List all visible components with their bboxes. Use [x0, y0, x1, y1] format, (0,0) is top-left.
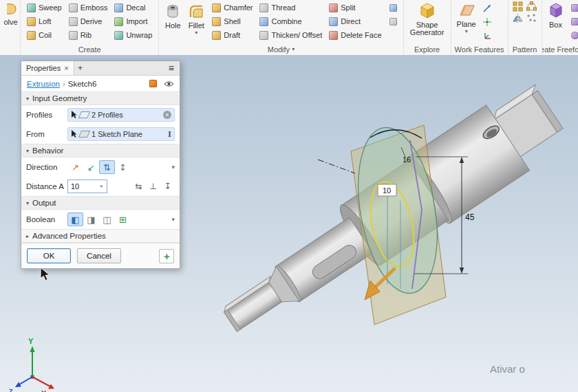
copy-object-button[interactable] [387, 16, 400, 28]
direction-flipped-button[interactable]: ↙ [83, 160, 99, 174]
section-output[interactable]: ▾ Output [21, 196, 180, 210]
origin-triad[interactable]: Y X Z [9, 337, 54, 392]
ribbon-tab-explore[interactable]: Explore [407, 43, 447, 55]
direction-symmetric-button[interactable]: ⇅ [99, 160, 115, 174]
axis-x-label: X [41, 389, 47, 392]
boolean-dropdown-icon[interactable]: ▾ [171, 216, 175, 223]
profiles-field[interactable]: 2 Profiles × [67, 108, 175, 122]
circular-pattern-button[interactable] [526, 1, 538, 12]
to-surface-icon[interactable]: ⊥ [146, 182, 160, 191]
ok-button[interactable]: OK [27, 248, 71, 263]
close-tab-icon[interactable]: × [64, 64, 68, 72]
freeform-cylinder-icon [571, 18, 578, 25]
dim-16-text: 16 [403, 155, 411, 164]
plane-button[interactable]: Plane ▾ [455, 1, 478, 36]
ribbon-tab-pattern[interactable]: Pattern [512, 43, 538, 55]
direct-button[interactable]: Direct [326, 14, 384, 28]
extents-icon[interactable]: I [168, 130, 171, 138]
shape-generator-button[interactable]: Shape Generator [409, 1, 446, 38]
cancel-button[interactable]: Cancel [77, 248, 121, 263]
ribbon-tab-create[interactable]: Create [24, 43, 155, 55]
panel-menu-icon[interactable]: ≡ [163, 61, 180, 75]
from-field[interactable]: 1 Sketch Plane I [67, 127, 175, 141]
ribbon-group-modify: Hole Fillet ▾ Chamfer Thread Split Shell… [159, 0, 403, 55]
import-button[interactable]: Import [111, 14, 155, 28]
direction-asymmetric-button[interactable]: ↕ [115, 160, 131, 174]
inventor-app-window: olve Sweep Emboss Decal Loft Derive Impo… [0, 0, 578, 392]
clear-selection-icon[interactable]: × [163, 111, 171, 119]
distance-dimension-box[interactable]: 10 [378, 184, 396, 196]
mirror-button[interactable] [512, 12, 524, 24]
sketch-plane-icon [78, 131, 90, 138]
work-axis-icon [482, 3, 492, 13]
freeform-box-button[interactable]: Box [546, 1, 566, 30]
tab-properties[interactable]: Properties × [21, 61, 74, 75]
add-parameter-button[interactable]: + [159, 249, 174, 263]
fillet-button[interactable]: Fillet ▾ [186, 1, 206, 37]
draft-icon [212, 31, 221, 40]
boolean-new-solid-button[interactable]: ⊞ [115, 213, 131, 226]
ribbon-tab-modify[interactable]: Modify ▾ [162, 43, 399, 55]
work-axis-button[interactable] [481, 2, 493, 14]
visibility-eye-icon[interactable] [164, 80, 174, 87]
chamfer-button[interactable]: Chamfer [209, 1, 255, 14]
revolve-button[interactable]: olve [1, 0, 20, 28]
freeform-plane-icon [571, 4, 578, 12]
to-next-icon[interactable]: ↧ [160, 182, 175, 191]
thicken-offset-button[interactable]: Thicken/ Offset [257, 28, 325, 42]
move-bodies-button[interactable] [387, 2, 400, 14]
measure-icon[interactable]: ⇆ [131, 182, 146, 191]
combine-button[interactable]: Combine [257, 14, 325, 28]
unwrap-button[interactable]: Unwrap [111, 28, 155, 42]
sketch-driven-pattern-button[interactable] [526, 12, 538, 24]
draft-button[interactable]: Draft [209, 28, 255, 42]
section-input-geometry[interactable]: ▾ Input Geometry [21, 91, 180, 105]
move-bodies-icon [389, 4, 397, 12]
freeform-sphere-icon [571, 32, 578, 39]
boolean-intersect-button[interactable]: ◫ [99, 213, 115, 226]
work-ucs-button[interactable] [481, 30, 493, 41]
freeform-cylinder-button[interactable] [569, 16, 578, 28]
thread-icon [259, 3, 268, 12]
combine-icon [259, 17, 268, 26]
sketch-driven-pattern-icon [526, 13, 537, 23]
hole-button[interactable]: Hole [162, 1, 183, 31]
distance-flyout-icon[interactable]: ‣ [100, 183, 105, 190]
decal-button[interactable]: Decal [111, 1, 155, 14]
rib-button[interactable]: Rib [66, 28, 111, 42]
loft-icon [27, 17, 36, 26]
shell-button[interactable]: Shell [209, 14, 255, 28]
section-advanced-properties[interactable]: ▸ Advanced Properties [21, 229, 180, 243]
ribbon-tab-create-freeform[interactable]: Create Freeform [546, 43, 575, 55]
delete-face-button[interactable]: Delete Face [326, 28, 384, 42]
activation-watermark: Ativar o [490, 363, 525, 375]
rectangular-pattern-button[interactable] [512, 1, 524, 12]
copy-object-icon [389, 18, 397, 25]
add-tab-button[interactable]: + [74, 61, 87, 75]
freeform-plane-button[interactable] [569, 2, 578, 14]
distance-input[interactable] [68, 182, 100, 190]
thread-button[interactable]: Thread [257, 1, 325, 14]
direction-default-button[interactable]: ↗ [67, 160, 83, 174]
derive-button[interactable]: Derive [66, 14, 111, 28]
sweep-button[interactable]: Sweep [24, 1, 65, 14]
section-behavior[interactable]: ▾ Behavior [21, 144, 180, 157]
dim-45-text: 45 [465, 213, 475, 222]
profile-shape-icon [78, 111, 90, 118]
work-point-button[interactable] [481, 16, 493, 28]
collapse-caret-icon: ▾ [26, 148, 29, 154]
breadcrumb-extrusion-link[interactable]: Extrusion [27, 80, 60, 88]
breadcrumb-separator-icon: › [63, 80, 65, 88]
ribbon-tab-work-features[interactable]: Work Features [455, 43, 504, 55]
boolean-join-button[interactable]: ◧ [67, 213, 83, 226]
direction-dropdown-icon[interactable]: ▾ [171, 164, 175, 171]
coil-button[interactable]: Coil [24, 28, 65, 42]
breadcrumb: Extrusion › Sketch6 [21, 76, 180, 91]
plane-caret-icon: ▾ [465, 29, 468, 34]
split-button[interactable]: Split [326, 1, 384, 14]
loft-button[interactable]: Loft [24, 14, 65, 28]
breadcrumb-current: Sketch6 [68, 80, 97, 88]
emboss-button[interactable]: Emboss [66, 1, 111, 14]
boolean-cut-button[interactable]: ◨ [83, 213, 99, 226]
freeform-sphere-button[interactable] [569, 30, 578, 41]
